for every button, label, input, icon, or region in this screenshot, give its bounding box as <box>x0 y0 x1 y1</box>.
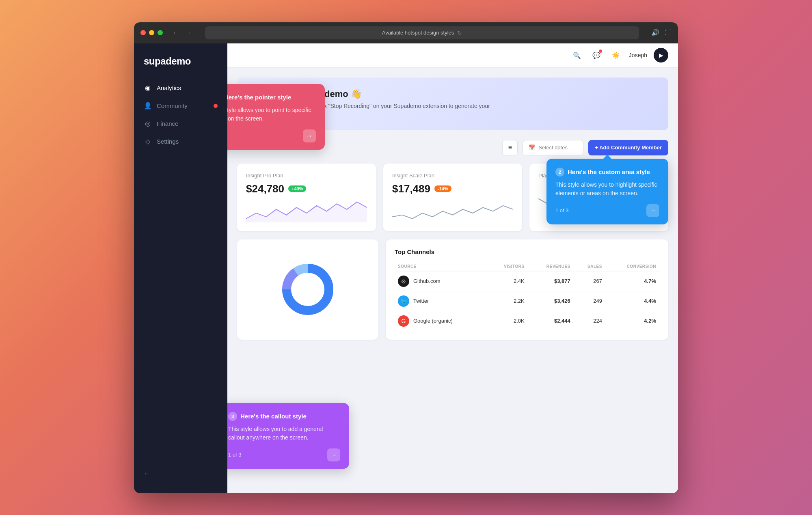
settings-icon: ◇ <box>144 138 152 146</box>
step-badge-custom: 2 <box>555 168 564 177</box>
table-row: ⊙ Github.com 2.4K $3,877 267 4.7% <box>395 271 659 291</box>
stat-title-0: Insight Pro Plan <box>246 172 367 179</box>
hotspot-callout-counter: 1 of 3 <box>228 452 242 458</box>
cell-sales-0: 267 <box>574 271 605 291</box>
sidebar-item-community[interactable]: 👤 Community <box>134 97 227 115</box>
cell-conversion-0: 4.7% <box>605 271 659 291</box>
community-badge <box>214 104 218 108</box>
notifications-icon[interactable]: 💬 <box>590 49 603 62</box>
channel-icon-0: ⊙ <box>398 276 409 287</box>
table-row: 🐦 Twitter 2.2K $3,426 249 4.4% <box>395 291 659 311</box>
cell-conversion-1: 4.4% <box>605 291 659 311</box>
hotspot-custom-next[interactable]: → <box>646 204 659 217</box>
channel-name-text-0: Github.com <box>413 278 440 284</box>
hotspot-callout-footer: 1 of 3 → <box>228 448 340 461</box>
col-source: SOURCE <box>395 262 487 272</box>
forward-button[interactable]: → <box>183 28 193 37</box>
channel-icon-2: G <box>398 315 409 327</box>
cell-name-1: 🐦 Twitter <box>395 291 487 311</box>
close-button[interactable] <box>140 30 146 35</box>
cell-visitors-0: 2.4K <box>487 271 527 291</box>
sidebar: supademo ◉ Analytics 👤 Community ◎ Finan… <box>134 43 227 493</box>
title-bar: ← → Available hotspot design styles ↻ 🔊 … <box>134 22 678 43</box>
sidebar-label-community: Community <box>157 102 188 109</box>
fullscreen-icon[interactable]: ⛶ <box>665 29 672 37</box>
top-bar: 🔍 💬 ☀️ Joseph ▶ <box>227 43 678 68</box>
channel-icon-1: 🐦 <box>398 295 409 307</box>
main-content: 🔍 💬 ☀️ Joseph ▶ 1 Here's the pointer sty… <box>227 43 678 493</box>
url-bar[interactable]: Available hotspot design styles ↻ <box>205 26 639 39</box>
sidebar-collapse[interactable]: ← <box>134 462 227 485</box>
channel-name-cell-0: ⊙ Github.com <box>398 276 484 287</box>
nav-arrows: ← → <box>171 28 193 37</box>
hotspot-custom-step: 2 Here's the custom area style <box>555 168 659 177</box>
cell-revenue-2: $2,444 <box>528 311 574 331</box>
community-icon: 👤 <box>144 102 152 110</box>
user-name: Joseph <box>629 52 647 58</box>
channel-name-cell-1: 🐦 Twitter <box>398 295 484 307</box>
title-bar-right: 🔊 ⛶ <box>651 29 672 37</box>
hotspot-pointer-footer: 1 of 3 → <box>227 129 316 142</box>
channel-name-text-2: Google (organic) <box>413 318 453 324</box>
step-badge-callout: 3 <box>228 412 237 421</box>
browser-window: ← → Available hotspot design styles ↻ 🔊 … <box>134 22 678 493</box>
col-revenues: REVENUES <box>528 262 574 272</box>
add-community-member-button[interactable]: + Add Community Member <box>588 140 668 155</box>
play-button[interactable]: ▶ <box>654 48 668 62</box>
stat-value-row-1: $17,489 -14% <box>392 183 513 195</box>
stat-title-1: Insight Scale Plan <box>392 172 513 179</box>
hotspot-pointer-body: This style allows you to point to specif… <box>227 106 316 123</box>
content-area: 1 Here's the pointer style This style al… <box>227 68 678 493</box>
mini-chart-1 <box>392 200 513 222</box>
app-content: supademo ◉ Analytics 👤 Community ◎ Finan… <box>134 43 678 493</box>
volume-icon[interactable]: 🔊 <box>651 29 659 37</box>
tooltip-arrow-up <box>603 155 611 159</box>
reload-icon[interactable]: ↻ <box>457 30 462 36</box>
theme-icon[interactable]: ☀️ <box>609 49 622 62</box>
sidebar-item-settings[interactable]: ◇ Settings <box>134 133 227 151</box>
mini-chart-0 <box>246 200 367 222</box>
stat-badge-1: -14% <box>434 185 451 192</box>
hotspot-pointer: 1 Here's the pointer style This style al… <box>227 84 325 150</box>
filter-icon: ≡ <box>508 144 512 151</box>
cell-sales-1: 249 <box>574 291 605 311</box>
cell-name-2: G Google (organic) <box>395 311 487 331</box>
filter-button[interactable]: ≡ <box>502 140 518 155</box>
cell-sales-2: 224 <box>574 311 605 331</box>
hotspot-pointer-title: Here's the pointer style <box>227 94 291 101</box>
back-button[interactable]: ← <box>171 28 181 37</box>
table-row: G Google (organic) 2.0K $2,444 224 4.2% <box>395 311 659 331</box>
donut-chart <box>279 261 336 318</box>
maximize-button[interactable] <box>158 30 163 35</box>
hotspot-pointer-next[interactable]: → <box>303 129 316 142</box>
channels-table: SOURCE VISITORS REVENUES SALES CONVERSIO… <box>395 262 659 331</box>
hotspot-custom-title: Here's the custom area style <box>568 168 650 175</box>
cell-visitors-1: 2.2K <box>487 291 527 311</box>
sidebar-label-finance: Finance <box>157 120 178 127</box>
channels-title: Top Channels <box>395 248 659 255</box>
table-header-row: SOURCE VISITORS REVENUES SALES CONVERSIO… <box>395 262 659 272</box>
stat-value-0: $24,780 <box>246 183 284 195</box>
cell-name-0: ⊙ Github.com <box>395 271 487 291</box>
hotspot-custom: 2 Here's the custom area style This styl… <box>546 159 668 224</box>
search-icon[interactable]: 🔍 <box>570 49 583 62</box>
minimize-button[interactable] <box>149 30 154 35</box>
page-title: Available hotspot design styles <box>382 30 454 36</box>
hotspot-callout-next[interactable]: → <box>327 448 340 461</box>
channel-name-cell-2: G Google (organic) <box>398 315 484 327</box>
hotspot-callout-step: 3 Here's the callout style <box>228 412 340 421</box>
hotspot-custom-counter: 1 of 3 <box>555 207 569 213</box>
stat-card-1: Insight Scale Plan $17,489 -14% <box>383 164 522 231</box>
hotspot-callout-title: Here's the callout style <box>240 413 307 420</box>
cell-revenue-0: $3,877 <box>528 271 574 291</box>
col-visitors: VISITORS <box>487 262 527 272</box>
traffic-lights <box>140 30 163 35</box>
sidebar-item-finance[interactable]: ◎ Finance <box>134 115 227 133</box>
cell-visitors-2: 2.0K <box>487 311 527 331</box>
date-picker[interactable]: 📅 Select dates <box>523 140 583 155</box>
hotspot-pointer-step: 1 Here's the pointer style <box>227 93 316 102</box>
collapse-icon: ← <box>144 470 149 477</box>
hotspot-custom-wrapper: 2 Here's the custom area style This styl… <box>546 159 668 224</box>
stat-value-row-0: $24,780 +49% <box>246 183 367 195</box>
sidebar-item-analytics[interactable]: ◉ Analytics <box>134 79 227 97</box>
